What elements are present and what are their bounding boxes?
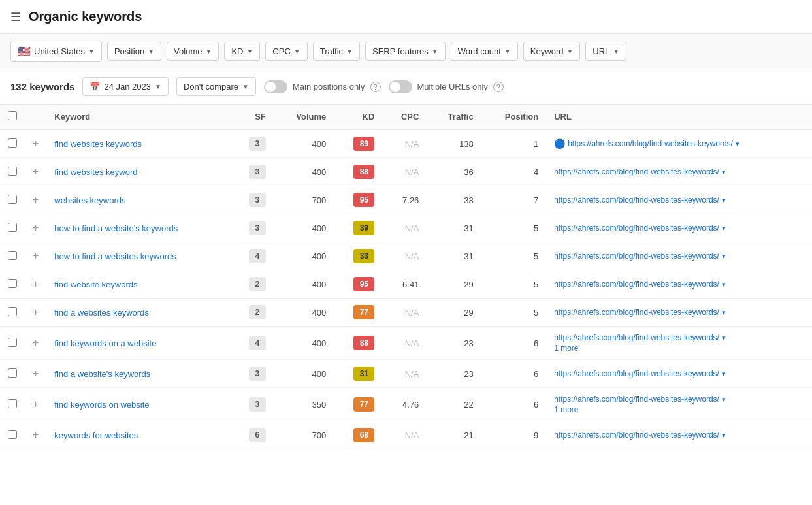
filter-wordcount[interactable]: Word count▼ <box>451 42 518 61</box>
add-icon[interactable]: + <box>33 250 39 261</box>
url-link[interactable]: https://ahrefs.com/blog/find-websites-ke… <box>554 308 719 317</box>
select-all-checkbox[interactable] <box>8 111 17 120</box>
url-dropdown-icon[interactable]: ▾ <box>722 308 726 317</box>
row-checkbox[interactable] <box>8 223 17 232</box>
add-icon[interactable]: + <box>33 278 39 289</box>
url-dropdown-icon[interactable]: ▾ <box>722 168 726 176</box>
add-keyword-cell: + <box>25 242 46 270</box>
keyword-link[interactable]: websites keywords <box>54 195 125 205</box>
keyword-cell: websites keywords <box>46 186 230 214</box>
url-link[interactable]: https://ahrefs.com/blog/find-websites-ke… <box>554 333 719 342</box>
filter-label: CPC <box>272 46 290 56</box>
kd-cell: 88 <box>334 158 382 186</box>
add-icon[interactable]: + <box>33 399 39 410</box>
url-link[interactable]: https://ahrefs.com/blog/find-websites-ke… <box>554 195 719 204</box>
url-link[interactable]: https://ahrefs.com/blog/find-websites-ke… <box>554 369 719 378</box>
position-cell: 6 <box>481 360 547 388</box>
filter-serp[interactable]: SERP features▼ <box>365 42 446 61</box>
url-dropdown-icon[interactable]: ▾ <box>722 280 726 289</box>
url-link[interactable]: https://ahrefs.com/blog/find-websites-ke… <box>554 223 719 233</box>
url-cell: https://ahrefs.com/blog/find-websites-ke… <box>546 299 812 327</box>
filter-label: Traffic <box>320 46 343 56</box>
menu-icon[interactable]: ☰ <box>10 10 21 24</box>
row-checkbox[interactable] <box>8 195 17 204</box>
keyword-link[interactable]: find keywords on website <box>54 400 149 410</box>
keyword-link[interactable]: find websites keywords <box>54 139 142 149</box>
multiple-urls-help-icon[interactable]: ? <box>493 82 504 92</box>
filter-traffic[interactable]: Traffic▼ <box>313 42 360 61</box>
row-checkbox[interactable] <box>8 167 17 176</box>
add-icon[interactable]: + <box>33 368 39 379</box>
sf-cell: 3 <box>231 186 274 214</box>
row-checkbox[interactable] <box>8 251 17 260</box>
main-positions-help-icon[interactable]: ? <box>370 82 381 92</box>
chevron-down-icon: ▼ <box>155 83 161 90</box>
row-checkbox[interactable] <box>8 279 17 288</box>
kd-badge: 88 <box>353 336 374 350</box>
add-icon[interactable]: + <box>33 222 39 233</box>
url-link[interactable]: https://ahrefs.com/blog/find-websites-ke… <box>554 167 719 176</box>
url-link[interactable]: https://ahrefs.com/blog/find-websites-ke… <box>554 395 719 404</box>
url-dropdown-icon[interactable]: ▾ <box>722 431 726 440</box>
compare-button[interactable]: Don't compare ▼ <box>176 77 256 96</box>
filter-kd[interactable]: KD▼ <box>224 42 260 61</box>
row-checkbox[interactable] <box>8 338 17 347</box>
keyword-link[interactable]: how to find a website's keywords <box>54 223 178 233</box>
keyword-link[interactable]: find a websites keywords <box>54 308 149 318</box>
url-dropdown-icon[interactable]: ▾ <box>722 395 726 404</box>
row-checkbox[interactable] <box>8 430 17 439</box>
cpc-cell: 7.26 <box>382 186 427 214</box>
sf-cell: 6 <box>231 421 274 449</box>
chevron-down-icon: ▼ <box>294 48 300 55</box>
keyword-link[interactable]: keywords for websites <box>54 431 138 440</box>
keyword-link[interactable]: how to find a websites keywords <box>54 252 176 261</box>
url-link[interactable]: https://ahrefs.com/blog/find-websites-ke… <box>554 280 719 289</box>
multiple-urls-toggle[interactable] <box>389 80 412 93</box>
calendar-icon: 📅 <box>89 82 100 91</box>
url-cell: https://ahrefs.com/blog/find-websites-ke… <box>546 388 812 421</box>
filter-url[interactable]: URL▼ <box>585 42 626 61</box>
filter-label: Volume <box>174 46 202 56</box>
url-dropdown-icon[interactable]: ▾ <box>722 196 726 204</box>
keyword-link[interactable]: find keywords on a website <box>54 338 156 348</box>
add-keyword-cell: + <box>25 388 46 421</box>
table-row: + find websites keywords 3 400 89 N/A 13… <box>0 129 812 158</box>
row-checkbox[interactable] <box>8 307 17 316</box>
keyword-link[interactable]: find a website's keywords <box>54 369 150 379</box>
url-link[interactable]: https://ahrefs.com/blog/find-websites-ke… <box>568 139 733 148</box>
url-cell: https://ahrefs.com/blog/find-websites-ke… <box>546 158 812 186</box>
filter-keyword[interactable]: Keyword▼ <box>523 42 580 61</box>
add-icon[interactable]: + <box>33 337 39 348</box>
add-icon[interactable]: + <box>33 166 39 177</box>
add-icon[interactable]: + <box>33 194 39 205</box>
url-badge-icon: 🔵 <box>554 138 565 149</box>
filter-position[interactable]: Position▼ <box>107 42 161 61</box>
col-header-traffic: Traffic <box>427 105 481 129</box>
row-checkbox[interactable] <box>8 138 17 148</box>
row-checkbox[interactable] <box>8 399 17 408</box>
filter-cpc[interactable]: CPC▼ <box>265 42 307 61</box>
url-dropdown-icon[interactable]: ▾ <box>722 252 726 261</box>
add-icon[interactable]: + <box>33 429 39 440</box>
url-dropdown-icon[interactable]: ▾ <box>722 224 726 233</box>
more-urls-link[interactable]: 1 more <box>554 344 804 353</box>
sf-cell: 3 <box>231 158 274 186</box>
url-dropdown-icon[interactable]: ▾ <box>722 370 726 378</box>
url-link[interactable]: https://ahrefs.com/blog/find-websites-ke… <box>554 431 719 440</box>
url-dropdown-icon[interactable]: ▾ <box>722 334 726 342</box>
more-urls-link[interactable]: 1 more <box>554 405 804 414</box>
main-positions-toggle[interactable] <box>264 80 287 93</box>
keyword-link[interactable]: find websites keyword <box>54 167 137 177</box>
add-icon[interactable]: + <box>33 138 39 149</box>
keyword-link[interactable]: find website keywords <box>54 280 137 289</box>
add-icon[interactable]: + <box>33 306 39 318</box>
row-checkbox[interactable] <box>8 368 17 378</box>
kd-cell: 77 <box>334 299 382 327</box>
url-link[interactable]: https://ahrefs.com/blog/find-websites-ke… <box>554 252 719 261</box>
date-button[interactable]: 📅 24 Jan 2023 ▼ <box>82 77 168 96</box>
kd-badge: 39 <box>353 221 374 235</box>
filter-country[interactable]: 🇺🇸United States▼ <box>10 41 102 62</box>
url-dropdown-icon[interactable]: ▾ <box>736 140 739 148</box>
sf-cell: 3 <box>231 214 274 242</box>
filter-volume[interactable]: Volume▼ <box>167 42 219 61</box>
